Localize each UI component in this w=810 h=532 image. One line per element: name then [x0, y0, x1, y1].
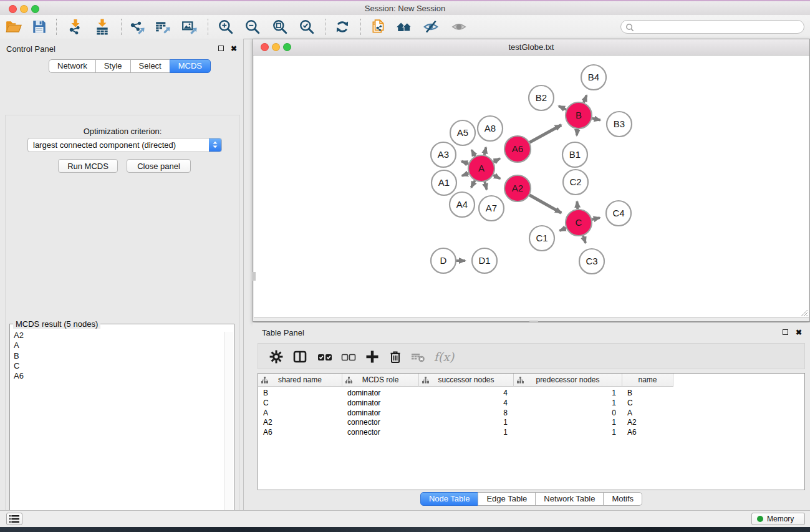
float-table-panel-icon[interactable]: [783, 329, 788, 335]
table-cell[interactable]: 8: [419, 409, 514, 418]
home-icon[interactable]: [395, 18, 413, 36]
mcds-result-item[interactable]: C: [11, 361, 224, 371]
graph-node-A3[interactable]: A3: [431, 142, 456, 167]
table-cell[interactable]: A6: [622, 428, 673, 438]
show-panel-icon[interactable]: [450, 18, 468, 36]
graph-node-C[interactable]: C: [566, 210, 592, 236]
table-cell[interactable]: C: [258, 399, 342, 409]
graph-node-B4[interactable]: B4: [581, 65, 606, 90]
graph-node-A1[interactable]: A1: [432, 170, 456, 195]
show-columns-icon[interactable]: [291, 348, 309, 365]
graph-node-A[interactable]: A: [468, 155, 494, 181]
column-header-name[interactable]: name: [622, 374, 673, 387]
table-cell[interactable]: 4: [419, 399, 514, 409]
graph-edge-A-A2[interactable]: [493, 175, 500, 179]
graph-node-C1[interactable]: C1: [529, 226, 554, 251]
search-input[interactable]: [636, 21, 801, 34]
graph-node-C4[interactable]: C4: [606, 201, 631, 226]
task-history-button[interactable]: [6, 513, 22, 525]
run-mcds-button[interactable]: Run MCDS: [58, 159, 118, 173]
graph-edge-B-B3[interactable]: [592, 118, 600, 120]
tab-node-table[interactable]: Node Table: [420, 492, 479, 506]
table-cell[interactable]: A2: [258, 418, 342, 428]
refresh-layout-icon[interactable]: [334, 18, 351, 36]
table-row[interactable]: Cdominator41C: [258, 399, 804, 409]
graph-node-A4[interactable]: A4: [450, 192, 475, 217]
table-cell[interactable]: dominator: [342, 409, 419, 418]
zoom-in-icon[interactable]: [217, 18, 234, 36]
table-cell[interactable]: 1: [514, 418, 622, 428]
table-settings-icon[interactable]: [268, 348, 285, 365]
tab-mcds[interactable]: MCDS: [170, 59, 211, 73]
delete-column-icon[interactable]: [387, 348, 404, 365]
tab-style[interactable]: Style: [95, 59, 131, 73]
resize-grip-icon[interactable]: [800, 309, 808, 316]
graph-node-C3[interactable]: C3: [579, 249, 604, 274]
column-header-MCDS-role[interactable]: MCDS role: [342, 374, 419, 387]
graph-node-B2[interactable]: B2: [529, 85, 554, 110]
zoom-out-icon[interactable]: [244, 18, 261, 36]
graph-edge-C-C1[interactable]: [560, 228, 566, 231]
graph-edge-A-A4[interactable]: [471, 180, 475, 187]
table-cell[interactable]: dominator: [342, 399, 419, 409]
table-row[interactable]: A6connector11A6: [258, 428, 804, 438]
graph-edge-A-A5[interactable]: [471, 150, 475, 156]
export-table-icon[interactable]: [154, 18, 171, 36]
graph-edge-A-A3[interactable]: [461, 162, 468, 164]
search-box[interactable]: [620, 20, 804, 34]
column-header-shared-name[interactable]: shared name: [258, 374, 342, 387]
mcds-result-item[interactable]: A6: [11, 371, 224, 381]
delete-table-icon[interactable]: [409, 348, 427, 365]
table-row[interactable]: Adominator80A: [258, 409, 804, 418]
table-cell[interactable]: A2: [622, 418, 673, 428]
network-canvas[interactable]: B4B2BB3A5A8A6B1A3AC2A1A2A4A7C4CC1C3DD1: [254, 56, 809, 318]
mcds-result-item[interactable]: B: [11, 351, 224, 361]
graph-edge-C-C4[interactable]: [592, 218, 599, 220]
table-row[interactable]: A2connector11A2: [258, 418, 804, 428]
hide-panel-icon[interactable]: [422, 18, 440, 36]
panel-drag-handle[interactable]: [253, 272, 256, 281]
clone-network-icon[interactable]: [370, 18, 387, 36]
column-header-predecessor-nodes[interactable]: predecessor nodes: [514, 374, 622, 387]
table-cell[interactable]: connector: [342, 428, 419, 438]
float-panel-icon[interactable]: [218, 46, 224, 51]
table-cell[interactable]: 1: [514, 389, 622, 399]
table-cell[interactable]: 1: [514, 428, 622, 438]
export-image-icon[interactable]: [181, 18, 198, 36]
table-cell[interactable]: 1: [419, 418, 514, 428]
table-cell[interactable]: B: [258, 389, 342, 399]
graph-node-B3[interactable]: B3: [607, 112, 632, 137]
graph-edge-B-B4[interactable]: [584, 95, 587, 103]
table-cell[interactable]: 4: [419, 389, 514, 399]
graph-node-A6[interactable]: A6: [504, 136, 531, 162]
graph-node-B[interactable]: B: [566, 102, 592, 128]
mcds-result-item[interactable]: A: [11, 341, 224, 351]
graph-edge-C-C3[interactable]: [583, 236, 586, 243]
graph-edge-A-A7[interactable]: [485, 181, 486, 190]
network-window-titlebar[interactable]: testGlobe.txt: [253, 39, 809, 56]
graph-node-C2[interactable]: C2: [563, 170, 588, 195]
open-file-icon[interactable]: [5, 18, 22, 36]
column-header-successor-nodes[interactable]: successor nodes: [419, 374, 514, 387]
graph-edge-C-C2[interactable]: [577, 201, 577, 209]
table-cell[interactable]: 1: [514, 399, 622, 409]
graph-node-B1[interactable]: B1: [562, 142, 587, 167]
unselect-all-columns-icon[interactable]: [340, 348, 357, 365]
graph-edge-B-B1[interactable]: [577, 129, 577, 135]
add-column-icon[interactable]: [364, 348, 381, 365]
tab-network-table[interactable]: Network Table: [535, 492, 604, 506]
table-cell[interactable]: 1: [419, 428, 514, 438]
table-cell[interactable]: A: [622, 409, 673, 418]
table-cell[interactable]: B: [622, 389, 673, 399]
zoom-selected-icon[interactable]: [298, 18, 316, 36]
table-cell[interactable]: dominator: [342, 389, 419, 399]
graph-node-D1[interactable]: D1: [472, 248, 497, 273]
graph-node-A2[interactable]: A2: [504, 175, 531, 201]
close-panel-button[interactable]: Close panel: [127, 159, 191, 173]
graph-edge-B-B2[interactable]: [559, 106, 566, 110]
table-cell[interactable]: A: [258, 409, 342, 418]
graph-edge-A-A8[interactable]: [485, 147, 486, 155]
graph-node-A7[interactable]: A7: [479, 196, 504, 221]
graph-edge-A-A1[interactable]: [462, 173, 469, 176]
table-cell[interactable]: 0: [514, 409, 622, 418]
